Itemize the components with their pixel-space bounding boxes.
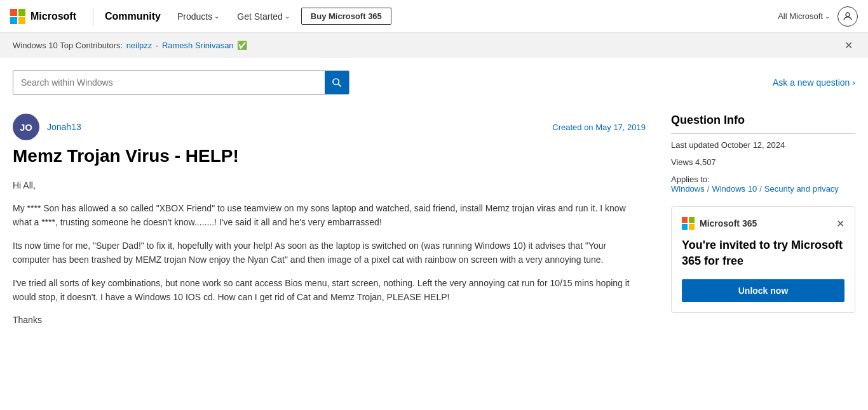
applies-to-links: Windows / Windows 10 / Security and priv… <box>671 184 855 194</box>
nav-products[interactable]: Products ⌄ <box>171 11 226 22</box>
post-paragraph-4: I've tried all sorts of key combinations… <box>13 276 646 305</box>
chevron-down-icon: ⌄ <box>214 13 219 20</box>
svg-point-0 <box>846 13 850 17</box>
contributor2-link[interactable]: Ramesh Srinivasan <box>162 41 236 50</box>
chevron-down-icon: ⌄ <box>285 13 290 20</box>
promo-text: You're invited to try Microsoft 365 for … <box>682 237 844 269</box>
applies-link-windows[interactable]: Windows <box>671 184 705 194</box>
checkmark-icon: ✅ <box>237 41 247 50</box>
avatar: JO <box>13 114 39 140</box>
applies-to-container: Applies to: Windows / Windows 10 / Secur… <box>671 175 855 194</box>
svg-line-2 <box>338 84 341 86</box>
username-link[interactable]: Jonah13 <box>47 122 81 132</box>
post-paragraph-2: My **** Son has allowed a so called "XBO… <box>13 201 646 230</box>
svg-point-1 <box>333 79 339 84</box>
unlock-now-button[interactable]: Unlock now <box>682 279 844 302</box>
navbar: Microsoft Community Products ⌄ Get Start… <box>0 0 868 33</box>
banner-label: Windows 10 Top Contributors: <box>13 41 123 50</box>
last-updated: Last updated October 12, 2024 <box>671 140 855 150</box>
buy-microsoft-365-button[interactable]: Buy Microsoft 365 <box>301 8 391 25</box>
post-header: JO Jonah13 Created on May 17, 2019 <box>13 114 646 140</box>
search-bar <box>13 70 349 95</box>
post-paragraph-3: Its now time for me, "Super Dad!" to fix… <box>13 239 646 267</box>
main-container: JO Jonah13 Created on May 17, 2019 Memz … <box>0 101 868 349</box>
separator-1: / <box>707 184 710 194</box>
banner-text: Windows 10 Top Contributors: neilpzz - R… <box>13 41 842 50</box>
promo-card: Microsoft 365 ✕ You're invited to try Mi… <box>671 206 855 313</box>
nav-get-started[interactable]: Get Started ⌄ <box>231 11 296 22</box>
brand-logo-link[interactable]: Microsoft <box>10 9 76 24</box>
search-input[interactable] <box>13 77 325 88</box>
nav-divider <box>93 8 93 25</box>
promo-header: Microsoft 365 ✕ <box>682 217 844 230</box>
all-microsoft-link[interactable]: All Microsoft ⌄ <box>778 11 830 21</box>
post-title: Memz Trojan Virus - HELP! <box>13 145 646 167</box>
brand-name: Microsoft <box>31 11 76 22</box>
content-right: Question Info Last updated October 12, 2… <box>658 101 855 349</box>
user-info: JO Jonah13 <box>13 114 81 140</box>
post-body: Hi All, My **** Son has allowed a so cal… <box>13 178 646 327</box>
ask-question-link[interactable]: Ask a new question › <box>773 77 855 88</box>
views-count: Views 4,507 <box>671 157 855 167</box>
separator-2: / <box>759 184 762 194</box>
applies-link-windows10[interactable]: Windows 10 <box>712 184 757 194</box>
top-contributors-banner: Windows 10 Top Contributors: neilpzz - R… <box>0 33 868 58</box>
search-button[interactable] <box>325 70 349 95</box>
chevron-down-icon: ⌄ <box>825 13 830 20</box>
nav-community: Community <box>105 11 161 22</box>
post-paragraph-5: Thanks <box>13 313 646 327</box>
contributor1-link[interactable]: neilpzz <box>126 41 152 50</box>
microsoft-logo <box>10 9 25 24</box>
microsoft365-logo <box>682 217 695 230</box>
user-account-icon[interactable] <box>837 6 858 27</box>
banner-close-button[interactable]: ✕ <box>842 39 855 51</box>
promo-brand: Microsoft 365 <box>682 217 757 230</box>
applies-link-security[interactable]: Security and privacy <box>764 184 839 194</box>
nav-right: All Microsoft ⌄ <box>778 6 858 27</box>
applies-to-label: Applies to: <box>671 175 710 184</box>
promo-close-button[interactable]: ✕ <box>836 218 844 230</box>
chevron-right-icon: › <box>852 77 855 88</box>
banner-separator: - <box>156 41 158 50</box>
promo-brand-name: Microsoft 365 <box>700 218 757 228</box>
post-paragraph-1: Hi All, <box>13 178 646 192</box>
question-info-title: Question Info <box>671 114 855 134</box>
content-left: JO Jonah13 Created on May 17, 2019 Memz … <box>13 101 658 349</box>
post-date: Created on May 17, 2019 <box>552 122 646 132</box>
search-bar-container: Ask a new question › <box>0 58 868 101</box>
